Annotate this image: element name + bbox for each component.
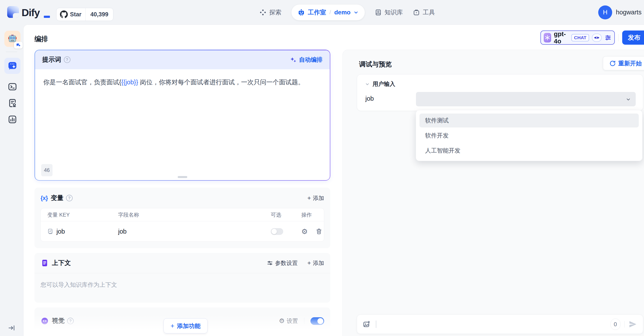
user-name: hogwarts [616, 9, 642, 16]
preview-eye-icon[interactable] [592, 33, 602, 42]
sidebar-item-api[interactable] [4, 79, 20, 95]
publish-button[interactable]: 发布 [622, 30, 644, 45]
auto-orchestrate-button[interactable]: 自动编排 [290, 56, 323, 64]
chevron-down-icon [643, 35, 644, 40]
header-divider [618, 34, 619, 41]
variable-settings-icon[interactable]: ⚙ [301, 228, 308, 235]
page-title: 编排 [34, 34, 48, 43]
chat-input-bar[interactable]: 0 [357, 315, 643, 334]
dify-logo-underscore [44, 16, 50, 18]
char-count-badge: 46 [41, 164, 53, 176]
vision-toggle[interactable] [310, 317, 324, 325]
add-context-button[interactable]: + 添加 [308, 259, 324, 267]
nav-studio-pill[interactable]: 工作室 / demo [292, 4, 365, 20]
terminal-icon [8, 82, 17, 91]
chevron-down-icon [365, 82, 370, 86]
add-context-label: 添加 [313, 259, 324, 267]
debug-title: 调试与预览 [359, 60, 392, 69]
auto-orchestrate-label: 自动编排 [299, 56, 323, 64]
user-input-collapse[interactable]: 用户输入 [365, 80, 395, 88]
nav-explore[interactable]: 探索 [260, 8, 282, 16]
send-icon[interactable] [628, 320, 637, 329]
col-optional: 可选 [271, 211, 301, 218]
add-feature-label: 添加功能 [177, 322, 200, 330]
user-input-card: 用户输入 job [357, 74, 643, 111]
prompt-header: 提示词 ? 自动编排 [35, 50, 330, 69]
nav-tools-label: 工具 [423, 8, 435, 16]
help-icon[interactable]: ? [67, 318, 74, 324]
breadcrumb-slash: / [329, 9, 331, 16]
params-settings-button[interactable]: 参数设置 [267, 259, 298, 267]
message-count-badge: 0 [610, 319, 620, 330]
plus-icon: + [308, 260, 311, 266]
input-caret [376, 321, 376, 328]
model-selector[interactable]: gpt-4o CHAT [540, 30, 615, 45]
context-divider [34, 273, 330, 273]
chevron-down-icon [626, 97, 631, 102]
variables-table-header: 变量 KEY 字段名称 可选 操作 [41, 208, 324, 221]
dify-logo-text: Dify [22, 6, 40, 18]
vision-settings-button[interactable]: ⚙ 设置 [279, 317, 298, 325]
chevron-down-icon [354, 10, 359, 15]
user-menu[interactable]: H hogwarts [598, 0, 642, 25]
avatar: H [598, 5, 612, 19]
image-upload-icon[interactable] [363, 320, 370, 328]
github-star-button[interactable]: Star 40,399 [56, 8, 113, 21]
github-icon [60, 10, 68, 18]
help-icon[interactable]: ? [66, 195, 72, 201]
context-doc-icon [40, 259, 49, 267]
sidebar [0, 25, 23, 336]
sidebar-item-statistics[interactable] [4, 111, 20, 127]
help-icon[interactable]: ? [64, 56, 70, 63]
star-label: Star [70, 11, 82, 18]
job-select-dropdown: 软件测试 软件开发 人工智能开发 [416, 110, 642, 161]
sidebar-item-logs[interactable] [4, 95, 20, 111]
optional-toggle[interactable] [271, 228, 283, 235]
col-field-name: 字段名称 [118, 211, 271, 218]
job-select[interactable] [416, 92, 636, 106]
dropdown-option[interactable]: 软件测试 [420, 113, 639, 127]
add-feature-button[interactable]: + 添加功能 [164, 318, 208, 334]
model-name: gpt-4o [554, 30, 569, 45]
restart-button[interactable]: 重新开始 [603, 56, 644, 70]
col-variable-key: 变量 KEY [41, 211, 118, 218]
nav-tools[interactable]: 工具 [413, 8, 435, 16]
nav-knowledge-label: 知识库 [384, 8, 403, 16]
app-icon[interactable] [4, 31, 20, 47]
resize-handle[interactable] [178, 176, 187, 178]
chat-mode-badge-icon [14, 42, 23, 49]
vision-settings-label: 设置 [287, 317, 298, 325]
user-input-label: 用户输入 [372, 80, 395, 88]
bar-chart-icon [8, 115, 17, 124]
plus-icon: + [308, 195, 311, 201]
send-divider [624, 321, 625, 328]
prompt-title: 提示词 [42, 55, 61, 64]
dropdown-option[interactable]: 人工智能开发 [420, 144, 639, 158]
debug-preview-panel: 调试与预览 重新开始 用户输入 job 软件测试 软件开发 人工智能开发 [342, 50, 644, 336]
add-variable-button[interactable]: + 添加 [308, 194, 324, 202]
variables-title: 变量 [51, 194, 64, 202]
col-actions: 操作 [301, 211, 324, 218]
vision-title: 视觉 [52, 317, 64, 325]
prompt-editor[interactable]: 你是一名面试官，负责面试{{{job}} 岗位，你将对每个面试者进行面试，一次只… [35, 69, 330, 180]
sidebar-item-orchestrate[interactable] [4, 58, 20, 74]
nav-knowledge[interactable]: 知识库 [375, 8, 403, 16]
prompt-variable-token: {{job}} [121, 79, 138, 86]
logs-icon [8, 98, 17, 108]
variable-key-value: job [56, 228, 65, 235]
context-placeholder: 您可以导入知识库作为上下文 [40, 281, 117, 289]
top-bar: Dify Star 40,399 探索 工作室 / demo [0, 0, 644, 25]
sidebar-divider [6, 52, 17, 52]
trash-icon[interactable] [316, 228, 322, 235]
model-params-icon[interactable] [604, 34, 612, 41]
vision-eye-icon [40, 317, 49, 325]
nav-explore-label: 探索 [269, 8, 282, 16]
dify-logo-icon [7, 6, 19, 18]
dropdown-option[interactable]: 软件开发 [420, 129, 639, 142]
star-count: 40,399 [90, 11, 108, 18]
sliders-icon [267, 260, 273, 266]
chat-sparkle-icon [8, 61, 18, 71]
sidebar-expand-button[interactable] [8, 324, 15, 332]
variable-name-value: job [118, 228, 271, 235]
variables-table: 变量 KEY 字段名称 可选 操作 job job ⚙ [40, 208, 324, 242]
